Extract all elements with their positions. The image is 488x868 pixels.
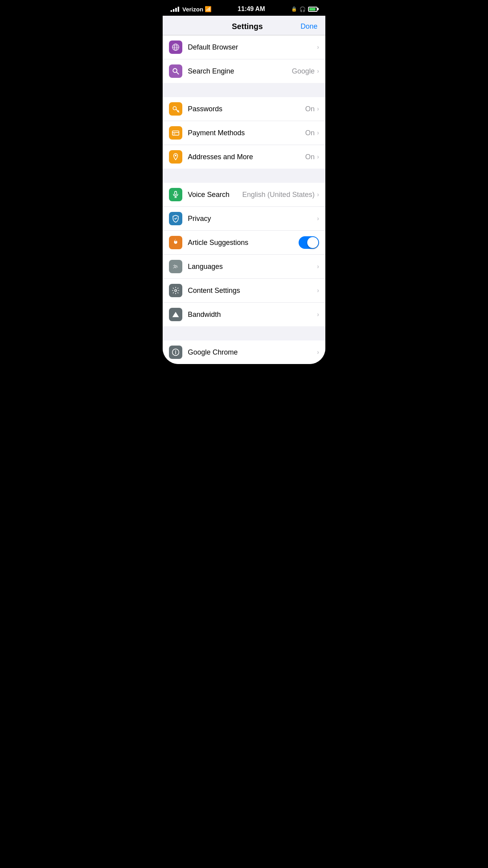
status-left: Verizon 📶 <box>171 6 211 13</box>
card-icon <box>172 129 180 137</box>
addresses-right: On › <box>305 153 319 161</box>
payment-methods-label: Payment Methods <box>188 129 245 137</box>
languages-content: Languages › <box>188 263 319 271</box>
article-suggestions-toggle[interactable] <box>299 236 319 249</box>
article-suggestions-row[interactable]: Article Suggestions <box>163 231 325 255</box>
bandwidth-chevron: › <box>317 311 319 318</box>
mic-icon <box>172 191 180 199</box>
svg-point-20 <box>175 290 177 292</box>
search-icon <box>172 67 180 75</box>
article-suggestions-right <box>299 236 319 249</box>
bandwidth-row[interactable]: Bandwidth › <box>163 303 325 326</box>
languages-label: Languages <box>188 263 223 271</box>
signal-bar-1 <box>171 10 172 12</box>
svg-point-14 <box>175 155 176 156</box>
search-engine-label: Search Engine <box>188 67 234 75</box>
default-browser-icon <box>169 40 182 54</box>
languages-right: › <box>317 263 319 270</box>
wifi-icon: 📶 <box>205 6 211 12</box>
headphones-icon: 🎧 <box>299 6 306 12</box>
voice-search-content: Voice Search English (United States) › <box>188 191 319 199</box>
done-button[interactable]: Done <box>301 22 317 31</box>
screen: Settings Done Default Browser › <box>163 16 325 364</box>
addresses-value: On <box>305 153 315 161</box>
search-engine-right: Google › <box>292 67 319 75</box>
info-icon <box>172 348 180 356</box>
default-browser-chevron: › <box>317 44 319 51</box>
voice-search-icon <box>169 188 182 201</box>
voice-search-right: English (United States) › <box>242 191 319 199</box>
default-browser-right: › <box>317 44 319 51</box>
content-settings-row[interactable]: Content Settings › <box>163 279 325 303</box>
signal-bar-2 <box>173 9 174 12</box>
voice-search-row[interactable]: Voice Search English (United States) › <box>163 183 325 207</box>
languages-row[interactable]: 文 A Languages › <box>163 255 325 279</box>
google-chrome-label: Google Chrome <box>188 348 238 357</box>
search-engine-row[interactable]: Search Engine Google › <box>163 59 325 83</box>
google-chrome-icon <box>169 346 182 359</box>
shield-icon <box>172 215 180 223</box>
article-suggestions-icon <box>169 236 182 249</box>
content-settings-icon <box>169 284 182 297</box>
article-suggestions-content: Article Suggestions <box>188 236 319 249</box>
svg-rect-11 <box>172 131 179 135</box>
triangle-icon <box>172 311 180 318</box>
languages-chevron: › <box>317 263 319 270</box>
passwords-row[interactable]: Passwords On › <box>163 97 325 121</box>
content-settings-right: › <box>317 287 319 294</box>
google-chrome-right: › <box>317 349 319 356</box>
status-bar: Verizon 📶 11:49 AM 🔒 🎧 <box>163 0 325 16</box>
payment-methods-row[interactable]: Payment Methods On › <box>163 121 325 145</box>
privacy-row[interactable]: Privacy › <box>163 207 325 231</box>
svg-marker-21 <box>172 312 179 317</box>
privacy-chevron: › <box>317 215 319 222</box>
default-browser-label: Default Browser <box>188 43 238 51</box>
signal-bar-4 <box>178 7 179 12</box>
passwords-label: Passwords <box>188 105 222 113</box>
content-settings-chevron: › <box>317 287 319 294</box>
gear-icon <box>172 287 180 294</box>
google-chrome-chevron: › <box>317 349 319 356</box>
voice-search-chevron: › <box>317 191 319 198</box>
status-time: 11:49 AM <box>238 6 265 13</box>
payment-methods-chevron: › <box>317 129 319 136</box>
google-chrome-content: Google Chrome › <box>188 348 319 357</box>
toggle-knob <box>307 237 318 248</box>
search-engine-icon <box>169 64 182 78</box>
nav-bar: Settings Done <box>163 16 325 35</box>
location-icon <box>172 153 180 161</box>
bandwidth-right: › <box>317 311 319 318</box>
lock-icon: 🔒 <box>291 6 297 12</box>
search-engine-chevron: › <box>317 68 319 75</box>
privacy-right: › <box>317 215 319 222</box>
search-engine-content: Search Engine Google › <box>188 67 319 75</box>
signal-bars <box>171 7 179 12</box>
svg-rect-13 <box>173 134 175 134</box>
privacy-label: Privacy <box>188 215 211 223</box>
page-title: Settings <box>232 22 263 31</box>
section-divider-3 <box>163 326 325 340</box>
addresses-content: Addresses and More On › <box>188 153 319 161</box>
flame-icon <box>172 239 180 246</box>
passwords-right: On › <box>305 105 319 113</box>
passwords-value: On <box>305 105 315 113</box>
battery-icon <box>308 7 317 12</box>
svg-line-6 <box>177 72 179 74</box>
battery-fill <box>309 8 316 11</box>
content-settings-label: Content Settings <box>188 287 240 295</box>
addresses-row[interactable]: Addresses and More On › <box>163 145 325 169</box>
article-suggestions-label: Article Suggestions <box>188 239 248 247</box>
section-divider-1 <box>163 83 325 97</box>
passwords-icon <box>169 102 182 116</box>
payment-methods-content: Payment Methods On › <box>188 129 319 137</box>
bandwidth-label: Bandwidth <box>188 311 221 319</box>
default-browser-row[interactable]: Default Browser › <box>163 35 325 59</box>
voice-search-label: Voice Search <box>188 191 229 199</box>
translate-icon: 文 A <box>172 263 180 270</box>
status-right: 🔒 🎧 <box>291 6 317 12</box>
addresses-label: Addresses and More <box>188 153 253 161</box>
search-engine-value: Google <box>292 67 315 75</box>
carrier-label: Verizon <box>182 6 203 13</box>
passwords-chevron: › <box>317 105 319 112</box>
google-chrome-row[interactable]: Google Chrome › <box>163 340 325 364</box>
